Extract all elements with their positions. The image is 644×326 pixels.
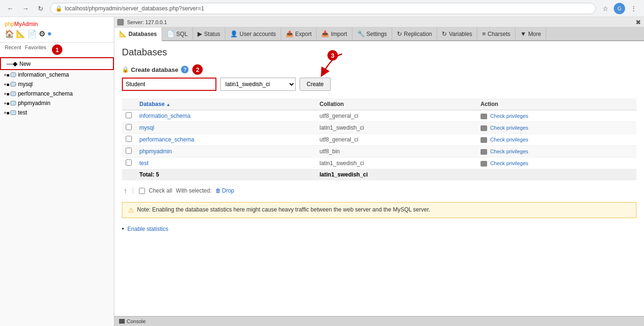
db-name-link[interactable]: phpmyadmin: [139, 148, 172, 155]
export-tab-icon: 📤: [286, 30, 293, 37]
table-row: information_schema utf8_general_ci Check…: [122, 110, 636, 122]
tab-settings[interactable]: 🔧 Settings: [352, 27, 392, 40]
tab-replication-label: Replication: [404, 31, 432, 37]
logo-my: My: [14, 21, 22, 27]
logo-admin: Admin: [22, 21, 38, 27]
url-text: localhost/phpmyadmin/server_databases.ph…: [65, 5, 204, 12]
check-privileges-link[interactable]: Check privileges: [490, 113, 528, 119]
collation-select[interactable]: latin1_swedish_ci utf8_general_ci utf8_b…: [220, 78, 296, 91]
favorites-link[interactable]: Favorites: [25, 44, 46, 55]
console-bar[interactable]: Console: [114, 316, 644, 326]
tab-replication[interactable]: ↻ Replication: [392, 27, 437, 40]
total-cb: [122, 169, 136, 180]
row-checkbox-cell: [122, 110, 136, 122]
tab-charsets[interactable]: ≡ Charsets: [477, 27, 515, 40]
row-action: Check privileges: [477, 158, 636, 169]
drop-label: Drop: [222, 187, 234, 194]
row-collation: utf8_general_ci: [316, 110, 477, 122]
tab-export[interactable]: 📤 Export: [281, 27, 317, 40]
db-name-link[interactable]: information_schema: [139, 113, 190, 119]
recent-link[interactable]: Recent: [5, 44, 21, 55]
user-accounts-tab-icon: 👤: [230, 30, 238, 37]
row-checkbox-cell: [122, 146, 136, 158]
forward-button[interactable]: →: [20, 3, 31, 14]
bookmark-button[interactable]: ☆: [600, 3, 611, 14]
import-tab-icon: 📥: [321, 30, 329, 37]
enable-stats-link[interactable]: Enable statistics: [128, 226, 169, 232]
sidebar-item-test[interactable]: +■ test: [0, 108, 114, 117]
database-icon[interactable]: 📐: [16, 29, 26, 38]
check-privileges-link[interactable]: Check privileges: [490, 137, 528, 142]
action-column-header: Action: [477, 98, 636, 110]
note-text: Note: Enabling the database statistics h…: [137, 206, 430, 213]
with-selected-label: With selected:: [176, 187, 211, 194]
back-button[interactable]: ←: [5, 3, 16, 14]
sidebar-item-information_schema[interactable]: +■ information_schema: [0, 70, 114, 79]
priv-icon: [481, 161, 487, 167]
priv-icon: [481, 114, 487, 119]
db-name-link[interactable]: performance_schema: [139, 136, 194, 143]
check-all-checkbox[interactable]: [139, 188, 145, 194]
sidebar: phpMyAdmin 🏠 📐 📄 ⚙ ● Recent Favorites 1 …: [0, 17, 114, 326]
check-privileges-link[interactable]: Check privileges: [490, 125, 528, 131]
table-row: test latin1_swedish_ci Check privileges: [122, 158, 636, 169]
create-button[interactable]: Create: [300, 78, 331, 91]
db-table-body: information_schema utf8_general_ci Check…: [122, 110, 636, 169]
tab-user-accounts[interactable]: 👤 User accounts: [225, 27, 281, 40]
sidebar-db-name: performance_schema: [18, 90, 73, 97]
sidebar-item-performance_schema[interactable]: +■ performance_schema: [0, 89, 114, 98]
tab-variables-label: Variables: [449, 31, 472, 37]
database-sort-link[interactable]: Database: [139, 101, 171, 107]
sidebar-item-mysql[interactable]: +■ mysql: [0, 79, 114, 89]
page-title: Databases: [122, 47, 636, 58]
db-cylinder-icon: [10, 91, 16, 96]
row-checkbox[interactable]: [126, 136, 132, 142]
sidebar-item-phpmyadmin[interactable]: +■ phpmyadmin: [0, 98, 114, 108]
tab-status-label: Status: [204, 31, 220, 37]
new-db-icon: —◆: [7, 60, 17, 67]
tab-import[interactable]: 📥 Import: [317, 27, 352, 40]
browser-bar: ← → ↻ 🔒 localhost/phpmyadmin/server_data…: [0, 0, 644, 17]
check-privileges-link[interactable]: Check privileges: [490, 160, 528, 166]
profile-button[interactable]: G: [614, 3, 625, 14]
database-column-header: Database: [136, 98, 316, 110]
db-name-input[interactable]: [122, 78, 216, 91]
note-box: ⚠ Note: Enabling the database statistics…: [122, 202, 636, 218]
check-all-label: Check all: [149, 187, 172, 194]
sql-icon[interactable]: 📄: [27, 29, 37, 38]
row-collation: utf8_general_ci: [316, 134, 477, 146]
close-button[interactable]: ✖: [635, 18, 641, 26]
tab-status[interactable]: ▶ Status: [193, 27, 225, 40]
settings-icon[interactable]: ⚙: [39, 29, 45, 38]
up-arrow-icon[interactable]: ↑: [124, 187, 127, 194]
row-checkbox[interactable]: [126, 112, 132, 118]
more-tab-icon: ▼: [520, 30, 526, 37]
home-icon[interactable]: 🏠: [5, 29, 14, 38]
priv-icon: [481, 149, 487, 155]
check-privileges-link[interactable]: Check privileges: [490, 149, 528, 154]
tab-more[interactable]: ▼ More: [515, 27, 546, 40]
help-icon[interactable]: ●: [47, 29, 52, 38]
row-checkbox-cell: [122, 134, 136, 146]
status-tab-icon: ▶: [197, 30, 202, 37]
tab-sql[interactable]: 📄 SQL: [162, 27, 193, 40]
url-bar[interactable]: 🔒 localhost/phpmyadmin/server_databases.…: [50, 3, 596, 14]
table-header-row: Database Collation Action: [122, 98, 636, 110]
tab-databases[interactable]: 📐 Databases: [114, 27, 162, 41]
menu-button[interactable]: ⋮: [628, 3, 639, 14]
db-cylinder-icon: [10, 110, 16, 115]
sidebar-icon-row: 🏠 📐 📄 ⚙ ●: [5, 29, 109, 38]
table-row: performance_schema utf8_general_ci Check…: [122, 134, 636, 146]
priv-icon: [481, 137, 487, 143]
reload-button[interactable]: ↻: [35, 3, 46, 14]
help-circle-icon[interactable]: ?: [181, 66, 189, 73]
db-name-link[interactable]: mysql: [139, 124, 154, 131]
sidebar-new-item[interactable]: —◆ New: [0, 57, 114, 70]
row-checkbox[interactable]: [126, 124, 132, 130]
db-name-link[interactable]: test: [139, 160, 148, 167]
row-checkbox[interactable]: [126, 159, 132, 166]
drop-link[interactable]: 🗑 Drop: [215, 187, 234, 194]
row-checkbox[interactable]: [126, 148, 132, 154]
tab-variables[interactable]: ↻ Variables: [437, 27, 477, 40]
console-icon: [119, 319, 125, 324]
